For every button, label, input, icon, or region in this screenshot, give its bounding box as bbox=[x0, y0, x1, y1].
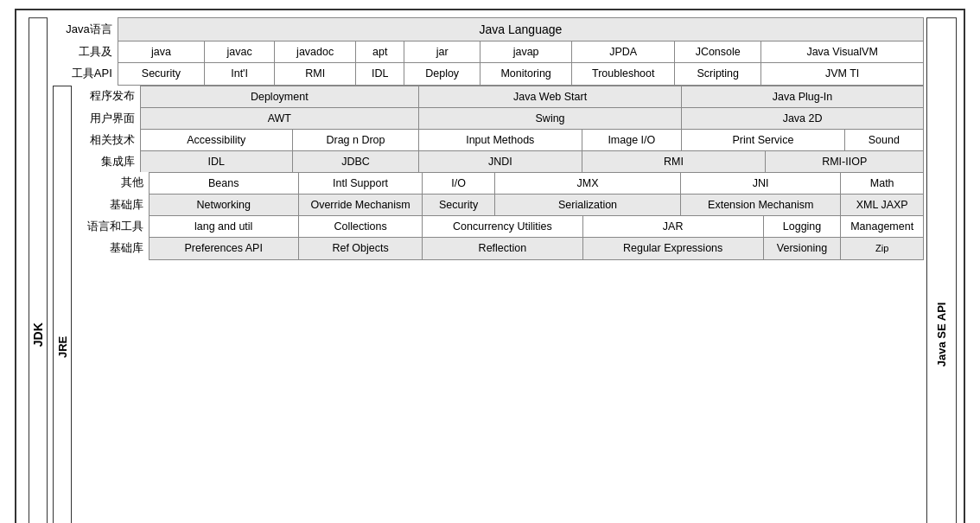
override-mech-cell: Override Mechanism bbox=[298, 194, 422, 215]
drag-drop-cell: Drag n Drop bbox=[292, 130, 418, 151]
concurrency-cell: Concurrency Utilities bbox=[423, 216, 582, 238]
tool-jvisualvm: Java VisualVM bbox=[761, 41, 924, 63]
extension-mech-cell: Extension Mechanism bbox=[681, 194, 841, 215]
ref-objects-cell: Ref Objects bbox=[298, 238, 422, 259]
jdk-label: JDK bbox=[29, 17, 48, 523]
image-io-cell: Image I/O bbox=[582, 130, 682, 151]
rmi-iiop-cell: RMI-IIOP bbox=[766, 151, 924, 173]
serialization-cell: Serialization bbox=[494, 194, 680, 215]
table-row: 工具API Security Int'I RMI IDL Deploy Moni… bbox=[48, 63, 924, 85]
row-label-related: 相关技术 bbox=[72, 130, 140, 151]
table-row: Java语言 Java Language bbox=[48, 18, 924, 41]
java-se-api-label: Java SE API bbox=[926, 17, 957, 523]
row-label-deploy: 程序发布 bbox=[72, 86, 140, 107]
api-rmi: RMI bbox=[275, 63, 356, 85]
accessibility-cell: Accessibility bbox=[140, 130, 292, 151]
security-cell: Security bbox=[423, 194, 495, 215]
input-methods-cell: Input Methods bbox=[418, 130, 582, 151]
table-row: 集成库 IDL JDBC JNDI RMI RMI-IIOP bbox=[72, 151, 924, 173]
table-row: 语言和工具 lang and util Collections Concurre… bbox=[72, 216, 924, 238]
jre-label: JRE bbox=[53, 86, 72, 523]
deployment-cell: Deployment bbox=[140, 86, 418, 107]
table-row: 基础库 Networking Override Mechanism Securi… bbox=[72, 194, 924, 215]
tool-jconsole: JConsole bbox=[675, 41, 761, 63]
table-row: 其他 Beans Intl Support I/O JMX JNI Math bbox=[72, 172, 924, 194]
jdbc-cell: JDBC bbox=[292, 151, 418, 173]
table-row: 相关技术 Accessibility Drag n Drop Input Met… bbox=[72, 130, 924, 151]
row-label-baselib2: 基础库 bbox=[72, 238, 149, 259]
tool-apt: apt bbox=[356, 41, 404, 63]
java-language-cell: Java Language bbox=[118, 18, 923, 41]
api-troubleshoot: Troubleshoot bbox=[572, 63, 675, 85]
tool-jpda: JPDA bbox=[572, 41, 675, 63]
management-cell: Management bbox=[841, 216, 924, 238]
lang-util-cell: lang and util bbox=[149, 216, 298, 238]
api-idl: IDL bbox=[356, 63, 404, 85]
api-monitoring: Monitoring bbox=[480, 63, 571, 85]
row-label-toolapi: 工具API bbox=[48, 63, 118, 85]
versioning-cell: Versioning bbox=[763, 238, 841, 259]
rmi-cell: RMI bbox=[582, 151, 766, 173]
reflection-cell: Reflection bbox=[423, 238, 582, 259]
table-row: 工具及 java javac javadoc apt jar javap JPD… bbox=[48, 41, 924, 63]
collections-cell: Collections bbox=[298, 216, 422, 238]
java-plugin-cell: Java Plug-In bbox=[682, 86, 924, 107]
intl-support-cell: Intl Support bbox=[298, 172, 422, 194]
java-webstart-cell: Java Web Start bbox=[418, 86, 681, 107]
tool-jar: jar bbox=[404, 41, 480, 63]
jni-cell: JNI bbox=[681, 172, 841, 194]
prefs-api-cell: Preferences API bbox=[149, 238, 298, 259]
table-row: 用户界面 AWT Swing Java 2D bbox=[72, 107, 924, 129]
logging-cell: Logging bbox=[763, 216, 841, 238]
tool-java: java bbox=[118, 41, 204, 63]
io-cell: I/O bbox=[423, 172, 495, 194]
row-label-baselib: 基础库 bbox=[72, 194, 149, 215]
regex-cell: Regular Expressions bbox=[582, 238, 763, 259]
row-label-integlib: 集成库 bbox=[72, 151, 140, 173]
jre-bottom-table: 其他 Beans Intl Support I/O JMX JNI Math 基… bbox=[72, 172, 924, 260]
tool-javadoc: javadoc bbox=[275, 41, 356, 63]
swing-cell: Swing bbox=[418, 107, 681, 129]
row-label-java-lang: Java语言 bbox=[48, 18, 118, 41]
diagram-container: JDK bbox=[15, 9, 965, 523]
tool-javac: javac bbox=[204, 41, 274, 63]
tool-javap: javap bbox=[480, 41, 571, 63]
jndi-cell: JNDI bbox=[418, 151, 582, 173]
jmx-cell: JMX bbox=[494, 172, 680, 194]
top-table: Java语言 Java Language 工具及 java javac java… bbox=[48, 17, 924, 86]
math-cell: Math bbox=[841, 172, 924, 194]
java2d-cell: Java 2D bbox=[682, 107, 924, 129]
api-jvmti: JVM TI bbox=[761, 63, 924, 85]
table-row: 程序发布 Deployment Java Web Start Java Plug… bbox=[72, 86, 924, 107]
idl-cell: IDL bbox=[140, 151, 292, 173]
api-deploy: Deploy bbox=[404, 63, 480, 85]
jre-table: 程序发布 Deployment Java Web Start Java Plug… bbox=[72, 86, 924, 174]
networking-cell: Networking bbox=[149, 194, 298, 215]
beans-cell: Beans bbox=[149, 172, 298, 194]
row-label-other: 其他 bbox=[72, 172, 149, 194]
zip-cell: Zip bbox=[841, 238, 924, 259]
sound-cell: Sound bbox=[844, 130, 923, 151]
awt-cell: AWT bbox=[140, 107, 418, 129]
print-service-cell: Print Service bbox=[682, 130, 845, 151]
api-inti: Int'I bbox=[204, 63, 274, 85]
table-row: 基础库 Preferences API Ref Objects Reflecti… bbox=[72, 238, 924, 259]
row-label-ui: 用户界面 bbox=[72, 107, 140, 129]
jar-cell: JAR bbox=[582, 216, 763, 238]
api-scripting: Scripting bbox=[675, 63, 761, 85]
api-security: Security bbox=[118, 63, 204, 85]
row-label-lang-tools: 语言和工具 bbox=[72, 216, 149, 238]
xml-jaxp-cell: XML JAXP bbox=[841, 194, 924, 215]
row-label-tools: 工具及 bbox=[48, 41, 118, 63]
